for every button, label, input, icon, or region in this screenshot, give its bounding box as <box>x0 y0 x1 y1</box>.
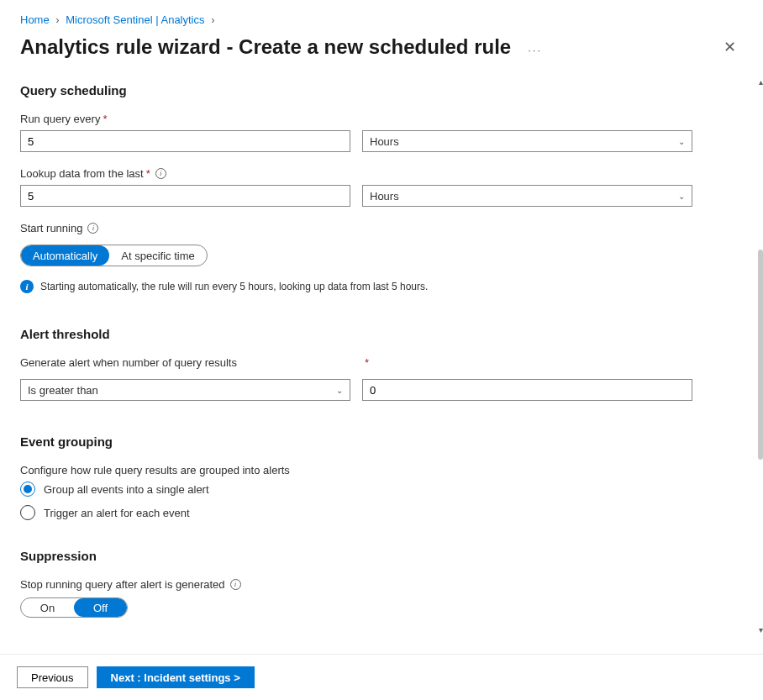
start-running-label: Start running i <box>20 222 743 234</box>
chevron-right-icon: › <box>211 13 214 26</box>
chevron-down-icon: ⌄ <box>678 192 685 201</box>
info-icon[interactable]: i <box>155 168 166 179</box>
scroll-down-arrow[interactable]: ▾ <box>759 625 763 634</box>
previous-button[interactable]: Previous <box>17 666 88 688</box>
start-auto-option[interactable]: Automatically <box>21 245 109 266</box>
radio-icon <box>20 482 35 497</box>
start-specific-option[interactable]: At specific time <box>109 245 206 266</box>
close-icon[interactable]: ✕ <box>717 34 743 60</box>
chevron-right-icon: › <box>55 13 59 26</box>
alert-operator-dropdown[interactable]: Is greater than ⌄ <box>20 379 350 401</box>
scrollbar-thumb[interactable] <box>758 250 763 460</box>
section-suppression: Suppression <box>20 549 743 563</box>
suppression-toggle[interactable]: On Off <box>20 597 128 618</box>
info-banner-text: Starting automatically, the rule will ru… <box>40 281 428 292</box>
section-alert-threshold: Alert threshold <box>20 327 743 341</box>
start-running-toggle[interactable]: Automatically At specific time <box>20 245 208 266</box>
breadcrumb-home[interactable]: Home <box>20 13 50 26</box>
more-icon[interactable]: ··· <box>528 44 542 56</box>
lookup-input[interactable] <box>20 185 350 207</box>
section-event-grouping: Event grouping <box>20 434 743 449</box>
breadcrumb-sentinel[interactable]: Microsoft Sentinel | Analytics <box>66 13 204 26</box>
suppression-off[interactable]: Off <box>74 598 127 617</box>
info-icon: i <box>20 280 34 293</box>
info-icon[interactable]: i <box>87 223 98 234</box>
info-icon[interactable]: i <box>230 579 241 590</box>
radio-trigger-each[interactable]: Trigger an alert for each event <box>20 505 743 520</box>
footer: Previous Next : Incident settings > <box>0 654 763 700</box>
chevron-down-icon: ⌄ <box>336 386 343 395</box>
section-query-scheduling: Query scheduling <box>20 83 743 97</box>
breadcrumb: Home › Microsoft Sentinel | Analytics › <box>0 0 763 26</box>
scroll-up-arrow[interactable]: ▴ <box>759 77 763 87</box>
event-grouping-desc: Configure how rule query results are gro… <box>20 464 743 476</box>
radio-icon <box>20 505 35 520</box>
suppression-on[interactable]: On <box>21 598 74 617</box>
page-title: Analytics rule wizard - Create a new sch… <box>20 35 511 59</box>
next-button[interactable]: Next : Incident settings > <box>97 666 255 688</box>
radio-group-all[interactable]: Group all events into a single alert <box>20 482 743 497</box>
lookup-unit-dropdown[interactable]: Hours ⌄ <box>362 185 692 207</box>
alert-threshold-label: Generate alert when number of query resu… <box>20 356 350 369</box>
suppression-label: Stop running query after alert is genera… <box>20 578 743 591</box>
run-every-label: Run query every* <box>20 113 743 125</box>
chevron-down-icon: ⌄ <box>678 137 685 146</box>
run-every-unit-dropdown[interactable]: Hours ⌄ <box>362 130 692 152</box>
alert-value-input[interactable] <box>362 379 692 401</box>
run-every-input[interactable] <box>20 130 350 152</box>
lookup-label: Lookup data from the last* i <box>20 167 743 180</box>
